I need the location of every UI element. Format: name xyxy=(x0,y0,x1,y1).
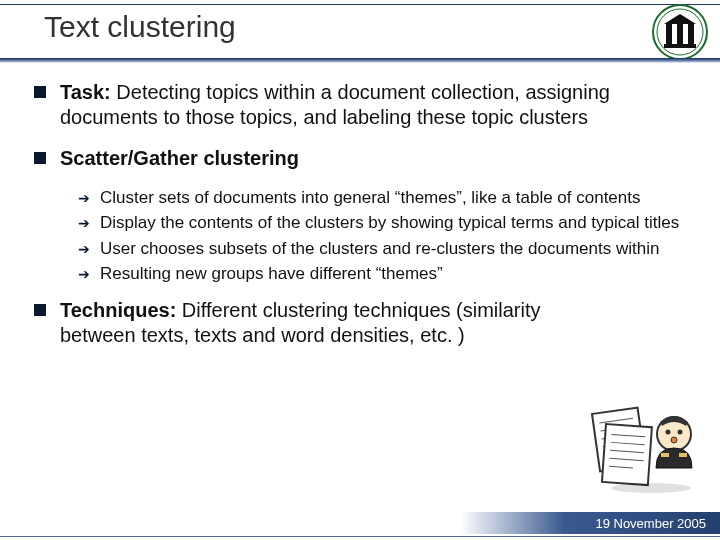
slide-title: Text clustering xyxy=(44,10,236,44)
sub-bullet: ➔ Cluster sets of documents into general… xyxy=(78,187,686,208)
arrow-bullet-icon: ➔ xyxy=(78,241,92,257)
sub-bullet-text: Display the contents of the clusters by … xyxy=(100,212,679,233)
sub-bullet: ➔ Resulting new groups have different “t… xyxy=(78,263,686,284)
sub-bullet-text: Cluster sets of documents into general “… xyxy=(100,187,641,208)
bullet-text: Task: Detecting topics within a document… xyxy=(60,80,686,130)
square-bullet-icon xyxy=(34,86,46,98)
arrow-bullet-icon: ➔ xyxy=(78,215,92,231)
bullet-scatter-gather: Scatter/Gather clustering xyxy=(34,146,686,171)
sub-bullet-list: ➔ Cluster sets of documents into general… xyxy=(78,187,686,284)
square-bullet-icon xyxy=(34,152,46,164)
title-bar: Text clustering xyxy=(0,0,720,66)
svg-point-25 xyxy=(611,483,691,493)
bullet-text: Scatter/Gather clustering xyxy=(60,146,299,171)
bullet-techniques: Techniques: Different clustering techniq… xyxy=(34,298,686,348)
sub-bullet-text: User chooses subsets of the clusters and… xyxy=(100,238,659,259)
svg-rect-3 xyxy=(677,24,683,46)
university-logo-icon xyxy=(652,4,708,60)
title-rule-top xyxy=(0,4,720,5)
footer: 19 November 2005 xyxy=(0,510,720,540)
svg-point-22 xyxy=(671,437,677,443)
svg-rect-23 xyxy=(661,453,669,457)
content-area: Task: Detecting topics within a document… xyxy=(34,80,686,364)
bullet-label: Techniques: xyxy=(60,299,176,321)
bullet-text: Techniques: Different clustering techniq… xyxy=(60,298,566,348)
sub-bullet: ➔ Display the contents of the clusters b… xyxy=(78,212,686,233)
title-rule-bottom xyxy=(0,58,720,63)
svg-rect-5 xyxy=(664,44,696,48)
bullet-label: Task: xyxy=(60,81,111,103)
bullet-body: Detecting topics within a document colle… xyxy=(60,81,610,128)
svg-rect-13 xyxy=(602,424,652,485)
sub-bullet: ➔ User chooses subsets of the clusters a… xyxy=(78,238,686,259)
svg-rect-4 xyxy=(688,24,694,46)
footer-date: 19 November 2005 xyxy=(595,516,706,531)
svg-rect-2 xyxy=(666,24,672,46)
bullet-label: Scatter/Gather clustering xyxy=(60,147,299,169)
footer-rule xyxy=(0,536,720,537)
arrow-bullet-icon: ➔ xyxy=(78,190,92,206)
svg-rect-24 xyxy=(679,453,687,457)
square-bullet-icon xyxy=(34,304,46,316)
sub-bullet-text: Resulting new groups have different “the… xyxy=(100,263,443,284)
bullet-task: Task: Detecting topics within a document… xyxy=(34,80,686,130)
svg-point-21 xyxy=(678,430,683,435)
svg-point-20 xyxy=(666,430,671,435)
documents-clipart-icon xyxy=(586,396,706,496)
slide: Text clustering Task: Detecting topics w… xyxy=(0,0,720,540)
arrow-bullet-icon: ➔ xyxy=(78,266,92,282)
